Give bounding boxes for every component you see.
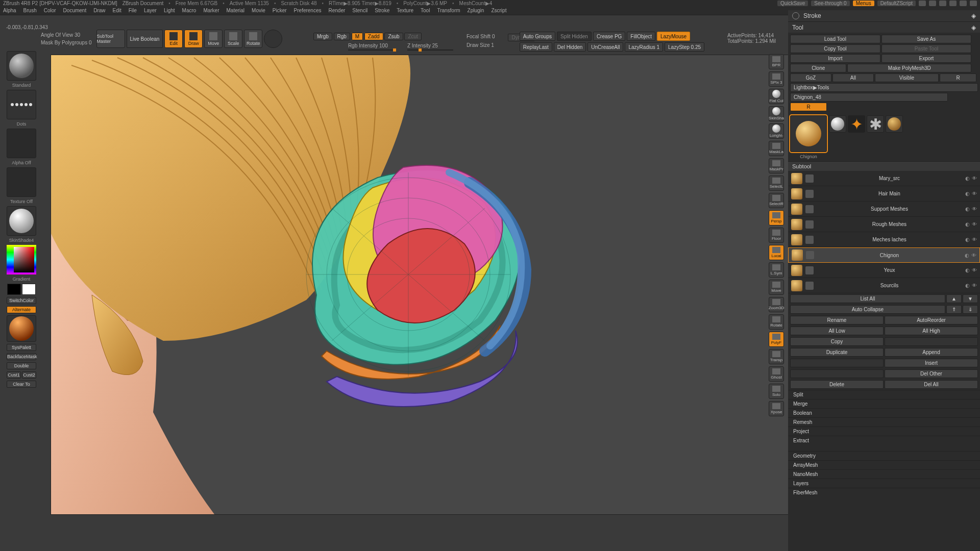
window-icon[interactable] <box>929 1 936 6</box>
ghost-button[interactable]: Ghost <box>769 366 784 382</box>
remesh-section[interactable]: Remesh <box>788 417 980 427</box>
menu-edit[interactable]: Edit <box>113 8 121 13</box>
subtool-row[interactable]: Rough Meshes◐👁 <box>788 217 980 232</box>
longhi--button[interactable]: Longhi- <box>769 123 784 139</box>
load-tool-button[interactable]: Load Tool <box>790 35 880 43</box>
menu-movie[interactable]: Movie <box>252 8 265 13</box>
default-zscript[interactable]: DefaultZScript <box>877 1 916 6</box>
subtool-header[interactable]: Subtool <box>788 161 980 171</box>
secondary-material[interactable] <box>7 315 36 342</box>
tool-thumb-simplebrush[interactable]: ✦ <box>848 115 865 133</box>
split-section[interactable]: Split <box>788 390 980 399</box>
replaylast-button[interactable]: ReplayLast <box>520 42 552 52</box>
move-down-icon[interactable]: ⇓ <box>963 305 978 314</box>
crease-pg-button[interactable]: Crease PG <box>593 32 625 41</box>
selectl-button[interactable]: SelectL <box>769 176 784 191</box>
copy-button[interactable]: Copy <box>790 337 884 346</box>
goz-r-button[interactable]: R <box>940 73 976 82</box>
zsub-button[interactable]: Zsub <box>384 33 403 40</box>
maximize-icon[interactable] <box>960 1 967 6</box>
lazyradius-1-button[interactable]: LazyRadius 1 <box>625 42 663 52</box>
rgb-button[interactable]: Rgb <box>334 33 350 40</box>
live-boolean-button[interactable]: Live Boolean <box>127 30 163 48</box>
make-polymesh-button[interactable]: Make PolyMesh3D <box>847 64 971 72</box>
tool-thumb-chignon2[interactable] <box>886 115 903 133</box>
double-button[interactable]: Double <box>7 362 36 369</box>
arraymesh-section[interactable]: ArrayMesh <box>788 460 980 469</box>
delete-button[interactable]: Delete <box>790 380 884 389</box>
subtool-row[interactable]: Hair Main◐👁 <box>788 186 980 202</box>
menu-file[interactable]: File <box>129 8 137 13</box>
lazystep-0.25-button[interactable]: LazyStep 0.25 <box>665 42 704 52</box>
subtool-master-button[interactable]: SubTool Master <box>96 30 125 48</box>
alternate-button[interactable]: Alternate <box>7 306 36 313</box>
tool-name[interactable]: Chignon_48 <box>790 93 948 102</box>
project-section[interactable]: Project <box>788 427 980 436</box>
stroke-selector[interactable] <box>7 90 36 119</box>
persp-button[interactable]: Persp <box>769 210 784 226</box>
export-button[interactable]: Export <box>881 54 972 63</box>
merge-section[interactable]: Merge <box>788 399 980 408</box>
alpha-selector[interactable] <box>7 129 36 158</box>
subtool-row[interactable]: Support Meshes◐👁 <box>788 202 980 217</box>
menu-preferences[interactable]: Preferences <box>294 8 322 13</box>
gradient-label[interactable]: Gradient <box>7 277 36 282</box>
floor-button[interactable]: Floor <box>769 228 784 243</box>
cust1-button[interactable]: Cust1 <box>7 371 21 379</box>
nanomesh-section[interactable]: NanoMesh <box>788 469 980 479</box>
goz-all-button[interactable]: All <box>832 73 874 82</box>
fillobject-button[interactable]: FillObject <box>627 32 655 41</box>
switch-color-button[interactable]: SwitchColor <box>7 297 36 304</box>
menu-color[interactable]: Color <box>44 8 56 13</box>
subtool-row[interactable]: Meches laches◐👁 <box>788 232 980 247</box>
lightbox-tools[interactable]: Lightbox▶Tools <box>790 83 978 92</box>
menu-texture[interactable]: Texture <box>397 8 413 13</box>
edit-mode-button[interactable]: Edit <box>164 30 183 48</box>
menu-light[interactable]: Light <box>164 8 175 13</box>
menu-material[interactable]: Material <box>227 8 245 13</box>
color-picker[interactable] <box>7 245 36 274</box>
menus-toggle[interactable]: Menus <box>853 1 874 6</box>
menu-alpha[interactable]: Alpha <box>3 8 16 13</box>
paste-button[interactable] <box>885 337 978 346</box>
skinsha-button[interactable]: SkinSha <box>769 106 784 121</box>
lazymouse-button[interactable]: LazyMouse <box>657 32 690 41</box>
subtool-row[interactable]: Chignon◐👁 <box>788 247 980 263</box>
menu-document[interactable]: Document <box>63 8 87 13</box>
mask-polygroups[interactable]: Mask By Polygroups 0 <box>41 40 92 45</box>
local-button[interactable]: Local <box>769 245 784 260</box>
cust2-button[interactable]: Cust2 <box>22 371 36 379</box>
rename-button[interactable]: Rename <box>790 316 884 324</box>
maskla-button[interactable]: MaskLa <box>769 141 784 156</box>
autoreorder-button[interactable]: AutoReorder <box>885 316 978 324</box>
fibermesh-section[interactable]: FiberMesh <box>788 488 980 497</box>
paste-tool-button[interactable]: Paste Tool <box>881 44 972 53</box>
selectr-button[interactable]: SelectR <box>769 193 784 208</box>
geometry-section[interactable]: Geometry <box>788 451 980 460</box>
close-icon[interactable] <box>970 1 977 6</box>
scale-mode-button[interactable]: Scale <box>224 30 242 48</box>
z-intensity-slider[interactable]: Z Intensity 25 <box>407 43 453 48</box>
menu-picker[interactable]: Picker <box>273 8 287 13</box>
menu-zscript[interactable]: Zscript <box>491 8 506 13</box>
insert-button[interactable]: Insert <box>885 359 978 367</box>
angle-of-view[interactable]: Angle Of View 30 <box>41 32 92 38</box>
list-all-button[interactable]: List All <box>790 294 945 303</box>
menu-marker[interactable]: Marker <box>203 8 219 13</box>
menu-tool[interactable]: Tool <box>421 8 430 13</box>
focal-shift-slider[interactable]: Focal Shift 0 <box>467 34 495 39</box>
seethrough-slider[interactable]: See-through 0 <box>811 1 849 6</box>
window-icon[interactable] <box>939 1 946 6</box>
layers-section[interactable]: Layers <box>788 479 980 488</box>
auto-groups-button[interactable]: Auto Groups <box>520 32 555 41</box>
solo-button[interactable]: Solo <box>769 384 784 399</box>
all-high-button[interactable]: All High <box>885 327 978 335</box>
backface-mask-button[interactable]: BackfaceMask <box>7 353 36 360</box>
uncreaseall-button[interactable]: UnCreaseAll <box>587 42 623 52</box>
zoom3d-button[interactable]: Zoom3D <box>769 297 784 312</box>
polyf-button[interactable]: PolyF <box>769 332 784 347</box>
l-sym-button[interactable]: L.Sym <box>769 262 784 278</box>
swatch-black[interactable] <box>7 284 21 295</box>
gizmo-icon[interactable] <box>264 30 282 48</box>
menu-stroke[interactable]: Stroke <box>375 8 389 13</box>
